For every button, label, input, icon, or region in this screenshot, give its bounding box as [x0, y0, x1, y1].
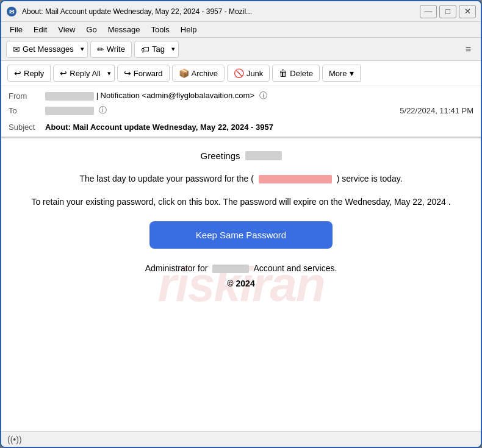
subject-value: About: Mail Account update Wednesday, Ma…	[45, 123, 273, 132]
svg-text:✉: ✉	[9, 9, 15, 15]
from-value: | Notification <admin@flyglobalavaition.…	[45, 90, 473, 101]
app-icon: ✉	[6, 6, 17, 17]
menu-tools[interactable]: Tools	[146, 24, 174, 35]
envelope-icon: ✉	[13, 44, 20, 54]
title-bar: ✉ About: Mail Account update Wednesday, …	[1, 1, 481, 22]
main-window: ✉ About: Mail Account update Wednesday, …	[0, 0, 482, 448]
get-messages-dropdown[interactable]: ▾	[77, 41, 88, 58]
copyright: © 2024	[227, 279, 254, 288]
reply-all-dropdown[interactable]: ▾	[104, 65, 115, 82]
window-title: About: Mail Account update Wednesday, Ma…	[22, 7, 420, 16]
paragraph-2: To retain your existing password, click …	[20, 195, 462, 208]
keep-password-button[interactable]: Keep Same Password	[149, 221, 333, 249]
email-header-area: ↩ Reply ↩ Reply All ▾ ↪ Forward 📦 Archiv…	[1, 61, 481, 138]
chevron-down-icon: ▾	[350, 68, 354, 78]
tag-button[interactable]: 🏷 Tag	[134, 41, 171, 58]
service-redacted	[259, 175, 332, 183]
from-info-icon[interactable]: ⓘ	[259, 91, 267, 100]
reply-icon: ↩	[14, 68, 21, 78]
to-row: To ⓘ 5/22/2024, 11:41 PM	[9, 103, 473, 118]
email-body: riskiran Greetings The last day to updat…	[1, 138, 481, 431]
reply-all-group: ↩ Reply All ▾	[53, 65, 115, 82]
greeting-line: Greetings	[20, 151, 462, 161]
archive-icon: 📦	[179, 68, 189, 78]
menu-message[interactable]: Message	[103, 24, 145, 35]
menu-bar: File Edit View Go Message Tools Help	[1, 22, 481, 38]
reply-all-button[interactable]: ↩ Reply All	[53, 65, 107, 82]
menu-go[interactable]: Go	[81, 24, 101, 35]
to-label: To	[9, 106, 45, 115]
tag-icon: 🏷	[141, 44, 149, 54]
paragraph-1: The last day to update your password for…	[20, 172, 462, 185]
menu-file[interactable]: File	[5, 24, 27, 35]
to-redacted	[45, 107, 94, 115]
forward-icon: ↪	[124, 68, 131, 78]
to-info-icon[interactable]: ⓘ	[99, 105, 107, 115]
from-label: From	[9, 91, 45, 101]
maximize-button[interactable]: □	[439, 5, 456, 18]
greeting-redacted	[245, 151, 282, 160]
connection-icon: ((•))	[7, 435, 22, 444]
junk-icon: 🚫	[234, 68, 244, 78]
email-action-bar: ↩ Reply ↩ Reply All ▾ ↪ Forward 📦 Archiv…	[1, 61, 481, 86]
menu-edit[interactable]: Edit	[29, 24, 52, 35]
more-group: More ▾	[322, 65, 361, 82]
status-bar: ((•))	[1, 431, 481, 447]
delete-button[interactable]: 🗑 Delete	[272, 65, 320, 82]
get-messages-group: ✉ Get Messages ▾	[6, 41, 88, 58]
forward-button[interactable]: ↪ Forward	[117, 65, 170, 82]
email-content: Greetings The last day to update your pa…	[20, 151, 462, 291]
subject-label: Subject	[9, 123, 45, 132]
tag-group: 🏷 Tag ▾	[134, 41, 179, 58]
more-button[interactable]: More ▾	[322, 65, 361, 82]
to-value: ⓘ	[45, 105, 400, 116]
window-controls: — □ ✕	[420, 5, 476, 18]
header-divider	[1, 137, 481, 138]
footer-redacted	[212, 265, 249, 273]
subject-row: Subject About: Mail Account update Wedne…	[1, 120, 481, 137]
close-button[interactable]: ✕	[459, 5, 476, 18]
get-messages-button[interactable]: ✉ Get Messages	[6, 41, 81, 58]
greeting-text: Greetings	[200, 151, 240, 161]
reply-group: ↩ Reply	[7, 65, 51, 82]
pencil-icon: ✏	[97, 44, 104, 54]
junk-button[interactable]: 🚫 Junk	[227, 65, 270, 82]
write-button[interactable]: ✏ Write	[90, 41, 132, 58]
main-toolbar: ✉ Get Messages ▾ ✏ Write 🏷 Tag ▾ ≡	[1, 38, 481, 61]
reply-button[interactable]: ↩ Reply	[7, 65, 51, 82]
tag-dropdown[interactable]: ▾	[168, 41, 179, 58]
reply-all-icon: ↩	[60, 68, 67, 78]
from-redacted	[45, 92, 94, 101]
hamburger-button[interactable]: ≡	[461, 41, 476, 57]
minimize-button[interactable]: —	[420, 5, 437, 18]
footer-text: Administrator for Account and services. …	[20, 261, 462, 291]
from-row: From | Notification <admin@flyglobalavai…	[9, 88, 473, 103]
email-timestamp: 5/22/2024, 11:41 PM	[400, 106, 473, 115]
email-meta: From | Notification <admin@flyglobalavai…	[1, 86, 481, 120]
menu-view[interactable]: View	[53, 24, 80, 35]
menu-help[interactable]: Help	[176, 24, 202, 35]
archive-button[interactable]: 📦 Archive	[172, 65, 225, 82]
trash-icon: 🗑	[279, 68, 287, 78]
